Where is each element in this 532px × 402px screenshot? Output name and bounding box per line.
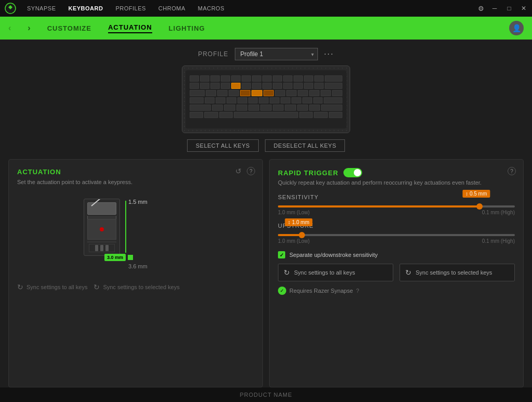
key-highlighted[interactable]	[231, 83, 241, 89]
key[interactable]	[224, 105, 235, 111]
key-space[interactable]	[234, 112, 298, 118]
key[interactable]	[313, 97, 323, 103]
nav-tab-chroma[interactable]: CHROMA	[156, 4, 188, 12]
key[interactable]	[216, 97, 225, 103]
sensitivity-thumb[interactable]: ↕ 0.5 mm	[476, 203, 483, 210]
key[interactable]	[242, 75, 251, 82]
nav-tab-profiles[interactable]: PROFILES	[113, 4, 148, 12]
key-alt[interactable]	[219, 112, 233, 118]
deselect-all-keys-button[interactable]: DESELECT ALL KEYS	[265, 139, 345, 152]
key[interactable]	[229, 90, 239, 96]
profile-more-button[interactable]: ···	[324, 49, 334, 59]
key[interactable]	[248, 97, 258, 103]
key-caps[interactable]	[190, 97, 204, 103]
nav-tab-synapse[interactable]: SYNAPSE	[25, 4, 58, 12]
tab-actuation[interactable]: ACTUATION	[108, 23, 152, 33]
key[interactable]	[294, 83, 303, 89]
key-win[interactable]	[204, 112, 218, 118]
reset-icon[interactable]: ↺	[235, 167, 242, 175]
rt-sync-all-button[interactable]: ↻ Sync settings to all keys	[278, 264, 393, 281]
key[interactable]	[206, 90, 216, 96]
key[interactable]	[294, 75, 303, 82]
key-ctrl[interactable]	[190, 112, 203, 118]
key[interactable]	[309, 105, 320, 111]
key[interactable]	[283, 83, 292, 89]
actuation-sync-all-button[interactable]: ↻ Sync settings to all keys	[17, 283, 87, 291]
key[interactable]	[237, 97, 247, 103]
actuation-help-icon[interactable]: ?	[247, 167, 255, 175]
key[interactable]	[275, 90, 285, 96]
key[interactable]	[210, 83, 220, 89]
key[interactable]	[227, 97, 236, 103]
key[interactable]	[286, 90, 297, 96]
key-wide[interactable]	[325, 75, 342, 82]
profile-select[interactable]: Profile 1 Profile 2 Profile 3	[235, 48, 318, 60]
key-alt-r[interactable]	[299, 112, 313, 118]
key[interactable]	[273, 83, 282, 89]
key[interactable]	[236, 105, 247, 111]
key[interactable]	[262, 75, 272, 82]
key[interactable]	[221, 83, 230, 89]
key[interactable]	[270, 97, 280, 103]
actuation-sync-selected-button[interactable]: ↻ Sync settings to selected keys	[94, 283, 179, 291]
key-fn[interactable]	[314, 112, 327, 118]
key[interactable]	[298, 90, 308, 96]
key[interactable]	[231, 75, 241, 82]
key-ctrl-r[interactable]	[329, 112, 342, 118]
key[interactable]	[302, 97, 312, 103]
close-button[interactable]: ✕	[520, 5, 528, 12]
key[interactable]	[273, 105, 284, 111]
synapse-help-icon[interactable]: ?	[356, 288, 359, 294]
key[interactable]	[210, 75, 220, 82]
key[interactable]	[297, 105, 308, 111]
key[interactable]	[190, 75, 199, 82]
key-highlighted[interactable]	[251, 90, 262, 96]
key[interactable]	[205, 97, 215, 103]
tab-customize[interactable]: CUSTOMIZE	[47, 24, 91, 32]
key[interactable]	[259, 97, 269, 103]
key-highlighted2[interactable]	[263, 90, 274, 96]
key-enter[interactable]	[324, 97, 342, 103]
key[interactable]	[242, 83, 251, 89]
nav-tab-macros[interactable]: MACROS	[196, 4, 227, 12]
key[interactable]	[252, 83, 261, 89]
select-all-keys-button[interactable]: SELECT ALL KEYS	[187, 139, 259, 152]
user-avatar[interactable]: 👤	[509, 21, 524, 35]
rapid-trigger-help-icon[interactable]: ?	[508, 167, 516, 175]
key[interactable]	[304, 83, 313, 89]
key[interactable]	[281, 97, 290, 103]
key-shift-r[interactable]	[321, 105, 342, 111]
key[interactable]	[273, 75, 282, 82]
maximize-button[interactable]: □	[505, 5, 513, 12]
forward-arrow-icon[interactable]: ›	[28, 23, 30, 33]
settings-icon[interactable]: ⚙	[478, 5, 484, 12]
key[interactable]	[283, 75, 292, 82]
key[interactable]	[309, 90, 320, 96]
key[interactable]	[291, 97, 301, 103]
key-backspace[interactable]	[325, 83, 342, 89]
rapid-trigger-toggle[interactable]	[343, 168, 362, 177]
key[interactable]	[304, 75, 313, 82]
key[interactable]	[314, 83, 324, 89]
key[interactable]	[248, 105, 259, 111]
key[interactable]	[332, 90, 342, 96]
key[interactable]	[221, 75, 230, 82]
key[interactable]	[314, 75, 324, 82]
key[interactable]	[200, 83, 209, 89]
key[interactable]	[262, 83, 272, 89]
key[interactable]	[252, 75, 261, 82]
separate-sensitivity-checkbox[interactable]: ✓	[278, 251, 285, 258]
key[interactable]	[217, 90, 228, 96]
tab-lighting[interactable]: LIGHTING	[169, 24, 205, 32]
rt-sync-selected-button[interactable]: ↻ Sync settings to selected keys	[400, 264, 515, 281]
key[interactable]	[321, 90, 331, 96]
nav-tab-keyboard[interactable]: KEYBOARD	[66, 4, 105, 12]
key[interactable]	[212, 105, 223, 111]
back-arrow-icon[interactable]: ‹	[8, 23, 11, 33]
key[interactable]	[190, 83, 199, 89]
key[interactable]	[260, 105, 271, 111]
key-shift-l[interactable]	[190, 105, 211, 111]
upstroke-thumb[interactable]: ↕ 1.0 mm	[299, 232, 305, 238]
key-highlighted2[interactable]	[240, 90, 250, 96]
minimize-button[interactable]: ─	[490, 5, 499, 12]
